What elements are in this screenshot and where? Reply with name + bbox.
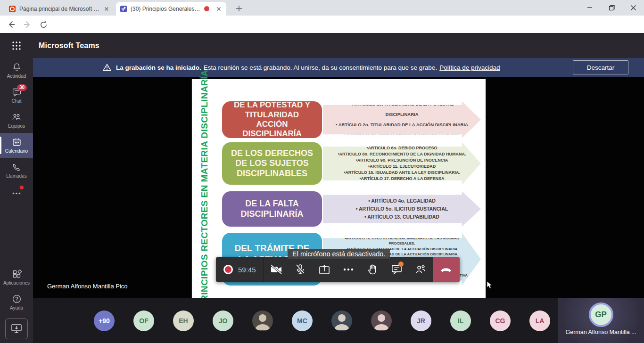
app-launcher-icon[interactable] (11, 41, 22, 51)
sidebar-label: Aplicaciones (3, 280, 30, 286)
teams-left-rail: Actividad Chat 30 Equipos Calendario Lla… (0, 58, 33, 343)
sidebar-item-activity[interactable]: Actividad (0, 58, 33, 83)
chat-button[interactable] (385, 257, 409, 282)
participant-initials-avatar[interactable]: MC (292, 310, 313, 331)
sidebar-label: Calendario (5, 148, 28, 154)
call-control-bar: 59:45 (216, 257, 460, 282)
sidebar-item-calls[interactable]: Llamadas (0, 158, 33, 183)
hang-up-button[interactable] (433, 257, 460, 282)
banner-text: Esta reunión se está grabando. Al unirse… (204, 64, 437, 71)
smartart-row: DE LA POTESTAD Y TITULARIDAD ACCIÓN DISC… (222, 101, 481, 138)
sidebar-label: Actividad (7, 74, 26, 79)
more-notification-dot (20, 186, 24, 189)
window-restore-button[interactable] (601, 0, 622, 15)
sidebar-item-apps[interactable]: Aplicaciones (0, 265, 33, 290)
sidebar-item-teams[interactable]: Equipos (0, 108, 33, 133)
tab-close-icon[interactable] (215, 5, 223, 13)
participant-photo-avatar[interactable] (371, 310, 392, 331)
app-title: Microsoft Teams (39, 41, 99, 50)
smartart-row: DE LOS DERECHOS DE LOS SUJETOS DISCIPLIN… (222, 142, 481, 185)
smartart-row: DE LA FALTA DISCIPLINARÍA • ARTÍCULO 4o.… (222, 191, 481, 227)
reload-button[interactable] (38, 19, 49, 30)
mic-off-button[interactable] (288, 257, 312, 282)
article-item: •ARTÍCULO 17. DERECHO A LA DEFENSA (332, 176, 471, 182)
window-close-button[interactable] (622, 0, 644, 15)
article-list: •ARTÍCULO 6o. DEBIDO PROCESO•ARTÍCULO 8o… (332, 145, 471, 182)
article-item: • ARTÍCULO 3o. PODER DISCIPLINARIO PREFE… (332, 130, 471, 140)
chat-notification-dot (398, 261, 404, 267)
privacy-policy-link[interactable]: Política de privacidad (439, 64, 500, 71)
article-item: • ARTÍCULO 2o. TITULARIDAD DE LA ACCIÓN … (332, 120, 471, 130)
sidebar-item-calendar[interactable]: Calendario (0, 133, 33, 158)
sidebar-label: Equipos (8, 123, 25, 129)
article-list: • ARTÍCULO 4o. LEGALIDAD• ARTÍCULO 5o. I… (332, 197, 471, 221)
tab-recording-icon (204, 6, 209, 11)
smartart-arrow: • ARTÍCULO 4o. LEGALIDAD• ARTÍCULO 5o. I… (323, 191, 481, 227)
participant-initials-avatar[interactable]: +90 (94, 310, 115, 331)
chat-unread-badge: 30 (17, 84, 27, 91)
new-tab-button[interactable] (234, 3, 244, 14)
window-minimize-button[interactable] (579, 0, 601, 15)
article-item: • ARTÍCULO 5o. ILICITUD SUSTANCIAL (332, 205, 471, 213)
office-favicon-icon (8, 5, 16, 13)
avatar-row: +90OFEHJOMCJRILCGLA (94, 310, 550, 331)
sidebar-item-help[interactable]: Ayuda (0, 290, 33, 315)
article-item: •ARTÍCULO 7o. EFECTO GENERAL INMEDIATO D… (332, 236, 471, 246)
browser-tab-office[interactable]: Página principal de Microsoft Offi (5, 2, 114, 16)
tab-close-icon[interactable] (103, 5, 110, 13)
article-item: •ARTÍCULO 8o. RECONOCIMIENTO DE LA DIGNI… (332, 151, 471, 157)
self-video-tile[interactable]: GP German Alfonso Mantilla ... (558, 298, 644, 343)
share-screen-button[interactable] (312, 257, 336, 282)
article-item: •ARTÍCULO 11. EJECUTORIEDAD (332, 163, 471, 170)
browser-navbar: teams.microsoft.com/_#/pre-join-calling/… (0, 16, 644, 33)
forward-button[interactable] (22, 19, 33, 30)
article-item: • ARTÍCULO 1o. TITULARIDAD DE LA POTESTA… (332, 99, 471, 120)
self-avatar: GP (589, 302, 613, 327)
article-item: • ARTÍCULO 4o. LEGALIDAD (332, 197, 471, 205)
participant-initials-avatar[interactable]: OF (133, 310, 154, 331)
dismiss-button[interactable]: Descartar (573, 60, 628, 74)
more-options-button[interactable] (336, 257, 360, 282)
tab-title: (30) Principios Generales por (131, 6, 201, 12)
sidebar-label: Llamadas (6, 173, 26, 179)
smartart-box: DE LA POTESTAD Y TITULARIDAD ACCIÓN DISC… (222, 101, 322, 138)
call-timer: 59:45 (238, 266, 260, 274)
tab-title: Página principal de Microsoft Offi (19, 6, 100, 12)
presenter-name-label: German Alfonso Mantilla Pico (47, 283, 128, 290)
warning-icon (103, 64, 111, 71)
smartart-box: DE LOS DERECHOS DE LOS SUJETOS DISCIPLIN… (222, 142, 322, 185)
sidebar-more-button[interactable] (0, 183, 33, 204)
smartart-box: DE LA FALTA DISCIPLINARÍA (222, 191, 322, 227)
download-desktop-app-button[interactable] (5, 318, 28, 339)
browser-tabstrip: Página principal de Microsoft Offi (30) … (0, 0, 644, 16)
participant-initials-avatar[interactable]: EH (173, 310, 194, 331)
participants-button[interactable] (409, 257, 433, 282)
banner-bold-text: La grabación se ha iniciado. (116, 64, 201, 71)
teams-favicon-icon (120, 5, 127, 13)
participant-initials-avatar[interactable]: IL (450, 310, 471, 331)
browser-tab-teams[interactable]: (30) Principios Generales por (116, 2, 226, 16)
recording-banner: La grabación se ha iniciado. Esta reunió… (33, 58, 644, 77)
sidebar-label: Chat (11, 98, 21, 104)
raise-hand-button[interactable] (361, 257, 385, 282)
participant-initials-avatar[interactable]: LA (529, 310, 550, 331)
participant-photo-avatar[interactable] (252, 310, 273, 331)
participants-filmstrip: +90OFEHJOMCJRILCGLA GP German Alfonso Ma… (33, 298, 644, 343)
participant-initials-avatar[interactable]: JR (411, 310, 431, 331)
mouse-cursor (487, 281, 493, 289)
self-name-label: German Alfonso Mantilla ... (565, 329, 636, 335)
article-list: • ARTÍCULO 1o. TITULARIDAD DE LA POTESTA… (332, 99, 471, 140)
article-item: •ARTÍCULO 15. IGUALDAD ANTE LA LEY DISCI… (332, 170, 471, 176)
sidebar-label: Ayuda (10, 305, 23, 310)
participant-initials-avatar[interactable]: CG (490, 310, 511, 331)
participant-photo-avatar[interactable] (331, 310, 352, 331)
sidebar-item-chat[interactable]: Chat 30 (0, 83, 33, 108)
back-button[interactable] (6, 19, 17, 30)
participant-initials-avatar[interactable]: JO (213, 310, 233, 331)
camera-off-button[interactable] (264, 257, 288, 282)
article-item: • ARTÍCULO 13. CULPABILIDAD (332, 213, 471, 221)
teams-header: Microsoft Teams Buscar GV (0, 33, 644, 58)
mic-muted-tooltip: El micrófono está desactivado. (288, 249, 390, 259)
recording-indicator-icon (223, 265, 233, 274)
smartart-arrow: •ARTÍCULO 6o. DEBIDO PROCESO•ARTÍCULO 8o… (323, 142, 481, 185)
